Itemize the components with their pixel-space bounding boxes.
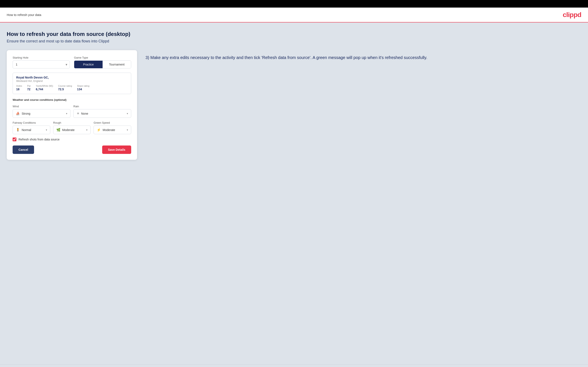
rough-value: Moderate bbox=[62, 128, 86, 132]
wind-icon: ⛵ bbox=[16, 111, 20, 116]
page-subheading: Ensure the correct and most up to date d… bbox=[7, 39, 581, 43]
fairway-value: Normal bbox=[22, 128, 46, 132]
rain-group: Rain ☀ None ▾ bbox=[73, 105, 131, 118]
yards-label: Yards/White (M)) bbox=[36, 85, 53, 87]
rain-select[interactable]: ☀ None ▾ bbox=[73, 109, 131, 118]
wind-rain-row: Wind ⛵ Strong ▾ Rain ☀ None ▾ bbox=[13, 105, 131, 118]
game-type-toggle: Practice Tournament bbox=[74, 60, 131, 68]
stat-slope-rating: Slope rating 134 bbox=[77, 85, 90, 91]
par-value: 72 bbox=[27, 88, 31, 91]
starting-hole-select[interactable]: 1 10 bbox=[13, 60, 70, 68]
form-card: Starting Hole 1 10 ▾ Game Type Practice … bbox=[7, 50, 137, 160]
par-label: Par bbox=[27, 85, 31, 87]
refresh-checkbox-row: Refresh shots from data source bbox=[13, 138, 131, 141]
green-speed-label: Green Speed bbox=[94, 121, 131, 124]
course-info-box: Royal North Devon GC, Westward Ho!, Engl… bbox=[13, 73, 131, 94]
holes-value: 18 bbox=[16, 88, 22, 91]
fairway-group: Fairway Conditions 🧍 Normal ▾ bbox=[13, 121, 50, 134]
side-text: 3) Make any extra edits necessary to the… bbox=[146, 50, 581, 61]
stat-course-rating: Course rating 72.5 bbox=[58, 85, 72, 91]
starting-hole-group: Starting Hole 1 10 ▾ bbox=[13, 56, 70, 68]
game-type-label: Game Type bbox=[74, 56, 131, 59]
top-bar bbox=[0, 0, 588, 8]
side-text-content: 3) Make any extra edits necessary to the… bbox=[146, 54, 581, 61]
course-stats: Holes 18 Par 72 Yards/White (M)) 6,744 C… bbox=[16, 85, 128, 91]
course-name: Royal North Devon GC, bbox=[16, 76, 128, 79]
course-location: Westward Ho!, England bbox=[16, 80, 128, 83]
rough-label: Rough bbox=[53, 121, 91, 124]
stat-yards: Yards/White (M)) 6,744 bbox=[36, 85, 53, 91]
practice-button[interactable]: Practice bbox=[74, 61, 103, 68]
wind-select[interactable]: ⛵ Strong ▾ bbox=[13, 109, 70, 118]
green-speed-select[interactable]: ⚡ Moderate ▾ bbox=[94, 125, 131, 134]
fairway-label: Fairway Conditions bbox=[13, 121, 50, 124]
rough-chevron-icon: ▾ bbox=[86, 128, 87, 131]
fairway-rough-green-row: Fairway Conditions 🧍 Normal ▾ Rough 🌿 Mo… bbox=[13, 121, 131, 134]
green-speed-group: Green Speed ⚡ Moderate ▾ bbox=[94, 121, 131, 134]
green-speed-value: Moderate bbox=[103, 128, 127, 132]
button-row: Cancel Save Details bbox=[13, 145, 131, 154]
starting-hole-game-type-row: Starting Hole 1 10 ▾ Game Type Practice … bbox=[13, 56, 131, 68]
rough-select[interactable]: 🌿 Moderate ▾ bbox=[53, 125, 91, 134]
fairway-icon: 🧍 bbox=[16, 128, 20, 132]
header: How to refresh your data clippd bbox=[0, 8, 588, 23]
rain-value: None bbox=[81, 112, 127, 115]
starting-hole-select-wrapper: 1 10 ▾ bbox=[13, 60, 70, 68]
stat-holes: Holes 18 bbox=[16, 85, 22, 91]
content-area: Starting Hole 1 10 ▾ Game Type Practice … bbox=[7, 50, 581, 160]
rain-label: Rain bbox=[73, 105, 131, 108]
green-speed-icon: ⚡ bbox=[97, 128, 101, 132]
rough-icon: 🌿 bbox=[56, 128, 61, 132]
footer: Copyright Clippd 2022 bbox=[0, 364, 588, 367]
game-type-group: Game Type Practice Tournament bbox=[74, 56, 131, 68]
wind-value: Strong bbox=[22, 112, 66, 115]
fairway-select[interactable]: 🧍 Normal ▾ bbox=[13, 125, 50, 134]
rain-icon: ☀ bbox=[77, 111, 79, 116]
rough-group: Rough 🌿 Moderate ▾ bbox=[53, 121, 91, 134]
wind-chevron-icon: ▾ bbox=[66, 112, 67, 115]
wind-label: Wind bbox=[13, 105, 70, 108]
main-content: How to refresh your data from source (de… bbox=[0, 23, 588, 364]
cancel-button[interactable]: Cancel bbox=[13, 145, 34, 154]
fairway-chevron-icon: ▾ bbox=[46, 128, 47, 131]
starting-hole-label: Starting Hole bbox=[13, 56, 70, 59]
conditions-label: Weather and course conditions (optional) bbox=[13, 98, 131, 101]
refresh-checkbox-label: Refresh shots from data source bbox=[18, 138, 60, 141]
tournament-button[interactable]: Tournament bbox=[103, 61, 131, 68]
page-heading: How to refresh your data from source (de… bbox=[7, 31, 581, 37]
green-speed-chevron-icon: ▾ bbox=[127, 128, 128, 131]
refresh-checkbox[interactable] bbox=[13, 138, 16, 141]
course-rating-value: 72.5 bbox=[58, 88, 72, 91]
wind-group: Wind ⛵ Strong ▾ bbox=[13, 105, 70, 118]
course-rating-label: Course rating bbox=[58, 85, 72, 87]
save-button[interactable]: Save Details bbox=[102, 145, 131, 154]
logo: clippd bbox=[563, 11, 581, 19]
rain-chevron-icon: ▾ bbox=[127, 112, 128, 115]
slope-rating-value: 134 bbox=[77, 88, 90, 91]
header-title: How to refresh your data bbox=[7, 13, 41, 17]
slope-rating-label: Slope rating bbox=[77, 85, 90, 87]
stat-par: Par 72 bbox=[27, 85, 31, 91]
yards-value: 6,744 bbox=[36, 88, 53, 91]
holes-label: Holes bbox=[16, 85, 22, 87]
